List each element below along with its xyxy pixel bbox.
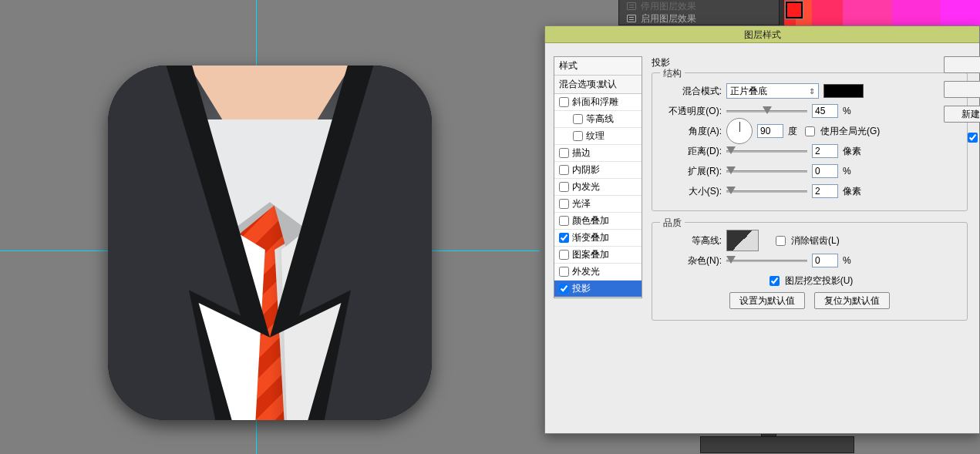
styles-list: 样式 混合选项:默认 斜面和浮雕 等高线 纹理 描边 内阴影 内发光 光泽 颜色… [554, 56, 642, 298]
size-slider[interactable] [726, 186, 807, 197]
noise-slider[interactable] [726, 255, 807, 266]
row-blend-mode: 混合模式: 正片叠底 ⇕ [662, 81, 958, 101]
size-input[interactable]: 2 [812, 184, 838, 198]
checkbox[interactable] [559, 250, 569, 260]
checkbox[interactable] [559, 97, 569, 107]
knockout-checkbox[interactable]: 图层挖空投影(U) [766, 274, 854, 288]
checkbox[interactable] [573, 131, 583, 141]
section-title: 投影 [652, 56, 968, 69]
layer-fx-icon [627, 15, 636, 22]
row-opacity: 不透明度(O): 45 % [662, 101, 958, 121]
cancel-button[interactable] [944, 81, 980, 98]
row-angle: 角度(A): 90 度 使用全局光(G) [662, 121, 958, 141]
blend-mode-select[interactable]: 正片叠底 ⇕ [726, 83, 819, 99]
style-color-overlay[interactable]: 颜色叠加 [554, 213, 642, 230]
style-outer-glow[interactable]: 外发光 [554, 264, 642, 281]
style-inner-shadow[interactable]: 内阴影 [554, 162, 642, 179]
ok-button[interactable] [944, 56, 980, 73]
chevron-updown-icon: ⇕ [809, 87, 815, 96]
preview-checkbox[interactable] [944, 130, 980, 145]
style-texture-sub[interactable]: 纹理 [554, 128, 642, 145]
layer-style-dialog: 图层样式 样式 混合选项:默认 斜面和浮雕 等高线 纹理 描边 内阴影 内发光 … [544, 25, 980, 434]
antialias-checkbox[interactable]: 消除锯齿(L) [773, 234, 840, 248]
reset-default-button[interactable]: 复位为默认值 [814, 292, 890, 309]
row-distance: 距离(D): 2 像素 [662, 141, 958, 161]
canvas-area[interactable] [0, 0, 540, 454]
checkbox[interactable] [559, 165, 569, 175]
styles-list-header[interactable]: 样式 [554, 57, 642, 76]
spread-slider[interactable] [726, 166, 807, 177]
structure-group: 结构 混合模式: 正片叠底 ⇕ 不透明度(O): 45 % 角度(A [652, 72, 968, 211]
checkbox[interactable] [559, 267, 569, 277]
row-knockout: 图层挖空投影(U) [662, 271, 958, 291]
menu-label: 启用图层效果 [641, 12, 696, 25]
noise-input[interactable]: 0 [812, 254, 838, 267]
blend-options-row[interactable]: 混合选项:默认 [554, 76, 642, 94]
style-contour-sub[interactable]: 等高线 [554, 111, 642, 128]
style-stroke[interactable]: 描边 [554, 145, 642, 162]
panel-footer [700, 436, 854, 453]
opacity-slider[interactable] [726, 106, 807, 116]
color-spectrum[interactable] [784, 0, 980, 25]
new-style-button[interactable]: 新建 [944, 106, 980, 123]
opacity-input[interactable]: 45 [812, 104, 838, 118]
drop-shadow-settings: 投影 结构 混合模式: 正片叠底 ⇕ 不透明度(O): 45 % [652, 56, 968, 331]
artwork-suit-icon[interactable] [108, 66, 432, 420]
group-legend: 品质 [660, 217, 685, 230]
global-light-checkbox[interactable]: 使用全局光(G) [802, 124, 880, 139]
color-swatch-panel [779, 0, 980, 25]
angle-input[interactable]: 90 [757, 124, 783, 138]
dialog-button-column: 新建 [944, 56, 980, 145]
menu-item-disable-fx: 停用图层效果 [619, 0, 780, 12]
style-inner-glow[interactable]: 内发光 [554, 179, 642, 196]
checkbox[interactable] [573, 114, 583, 124]
style-drop-shadow[interactable]: 投影 [554, 281, 642, 298]
shadow-color-chip[interactable] [823, 84, 864, 98]
angle-dial[interactable] [726, 118, 753, 144]
row-size: 大小(S): 2 像素 [662, 181, 958, 201]
distance-input[interactable]: 2 [812, 144, 838, 158]
context-menu-fragment: 停用图层效果 启用图层效果 [618, 0, 780, 25]
set-default-button[interactable]: 设置为默认值 [729, 292, 805, 309]
row-spread: 扩展(R): 0 % [662, 161, 958, 181]
menu-item-enable-fx[interactable]: 启用图层效果 [619, 12, 780, 25]
style-pattern-overlay[interactable]: 图案叠加 [554, 247, 642, 264]
checkbox[interactable] [559, 233, 569, 243]
select-value: 正片叠底 [730, 85, 767, 98]
group-legend: 结构 [660, 67, 685, 80]
quality-group: 品质 等高线: 消除锯齿(L) 杂色(N): 0 % 图层挖空投影(U) [652, 222, 968, 321]
checkbox[interactable] [559, 284, 569, 294]
checkbox[interactable] [559, 182, 569, 192]
row-noise: 杂色(N): 0 % [662, 251, 958, 271]
row-contour: 等高线: 消除锯齿(L) [662, 230, 958, 251]
style-bevel[interactable]: 斜面和浮雕 [554, 94, 642, 111]
checkbox[interactable] [559, 199, 569, 209]
foreground-color-swatch[interactable] [786, 2, 803, 18]
dialog-title: 图层样式 [545, 26, 979, 43]
style-satin[interactable]: 光泽 [554, 196, 642, 213]
style-gradient-overlay[interactable]: 渐变叠加 [554, 230, 642, 247]
distance-slider[interactable] [726, 146, 807, 156]
contour-picker[interactable] [726, 230, 759, 251]
layer-fx-icon [627, 2, 636, 10]
row-default-buttons: 设置为默认值 复位为默认值 [662, 291, 958, 311]
checkbox[interactable] [559, 216, 569, 226]
menu-label: 停用图层效果 [641, 0, 696, 13]
checkbox[interactable] [559, 148, 569, 158]
spread-input[interactable]: 0 [812, 164, 838, 178]
